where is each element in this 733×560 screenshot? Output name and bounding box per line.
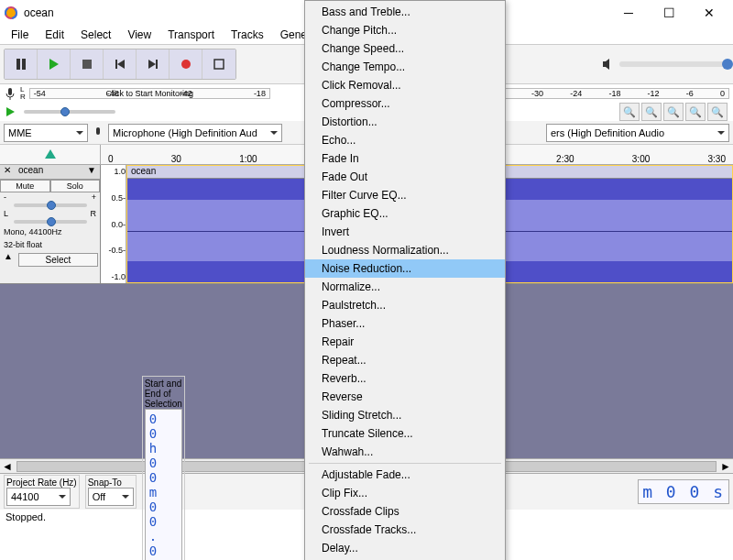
collapse-icon[interactable]: ▲ xyxy=(0,251,16,269)
effect-reverse[interactable]: Reverse xyxy=(305,388,505,406)
audio-position-time[interactable]: m 0 0 s xyxy=(638,479,729,504)
effect-adjustable-fade[interactable]: Adjustable Fade... xyxy=(305,466,505,484)
meter-hint: Click to Start Monitoring xyxy=(106,89,194,98)
svg-point-10 xyxy=(181,60,191,69)
effect-wahwah[interactable]: Wahwah... xyxy=(305,443,505,461)
svg-rect-11 xyxy=(214,60,224,69)
close-track-icon[interactable]: ✕ xyxy=(0,165,15,179)
effect-normalize[interactable]: Normalize... xyxy=(305,278,505,296)
zoom-toolbar: 🔍 🔍 🔍 🔍 🔍 xyxy=(619,103,728,121)
app-logo-icon xyxy=(4,5,18,20)
track-control-panel[interactable]: ✕ocean▼ MuteSolo -+ LR Mono, 44100Hz 32-… xyxy=(0,165,101,283)
svg-marker-15 xyxy=(45,149,56,159)
svg-rect-6 xyxy=(115,60,117,69)
play-button[interactable] xyxy=(38,49,71,79)
skip-end-button[interactable] xyxy=(137,49,170,79)
effect-graphic-eq[interactable]: Graphic EQ... xyxy=(305,204,505,223)
speaker-icon xyxy=(601,57,616,71)
effect-filter-curve-eq[interactable]: Filter Curve EQ... xyxy=(305,186,505,204)
effect-distortion[interactable]: Distortion... xyxy=(305,113,505,131)
meter-lr: LR xyxy=(20,86,26,101)
effect-fade-in[interactable]: Fade In xyxy=(305,149,505,168)
solo-button[interactable]: Solo xyxy=(50,180,101,192)
selection-start-time[interactable]: 0 0 h 0 0 m 0 0 . 0 0 0 s xyxy=(145,409,182,560)
svg-rect-14 xyxy=(96,127,100,135)
menu-transport[interactable]: Transport xyxy=(160,27,222,43)
track-menu-icon[interactable]: ▼ xyxy=(83,165,100,179)
menu-view[interactable]: View xyxy=(120,27,159,43)
close-button[interactable]: ✕ xyxy=(689,0,729,26)
project-rate-combo[interactable]: 44100 xyxy=(6,488,71,506)
effect-phaser[interactable]: Phaser... xyxy=(305,314,505,333)
minimize-button[interactable]: ─ xyxy=(608,0,649,26)
svg-rect-5 xyxy=(82,60,92,69)
effect-repeat[interactable]: Repeat... xyxy=(305,351,505,369)
speed-slider[interactable] xyxy=(24,110,115,114)
pause-button[interactable] xyxy=(5,49,38,79)
svg-marker-8 xyxy=(148,60,156,69)
menu-file[interactable]: File xyxy=(4,27,36,43)
mute-button[interactable]: Mute xyxy=(0,180,50,192)
svg-marker-7 xyxy=(117,60,125,69)
effect-paulstretch[interactable]: Paulstretch... xyxy=(305,296,505,314)
menu-edit[interactable]: Edit xyxy=(38,27,71,43)
effect-change-pitch[interactable]: Change Pitch... xyxy=(305,21,505,39)
maximize-button[interactable]: ☐ xyxy=(649,0,689,26)
effect-crossfade-clips[interactable]: Crossfade Clips xyxy=(305,502,505,521)
effect-reverb[interactable]: Reverb... xyxy=(305,369,505,388)
effect-clip-fix[interactable]: Clip Fix... xyxy=(305,484,505,502)
effect-invert[interactable]: Invert xyxy=(305,223,505,241)
pan-slider[interactable] xyxy=(14,220,87,224)
effect-change-speed[interactable]: Change Speed... xyxy=(305,39,505,58)
effect-sliding-stretch[interactable]: Sliding Stretch... xyxy=(305,406,505,424)
effect-fade-out[interactable]: Fade Out xyxy=(305,168,505,186)
menu-select[interactable]: Select xyxy=(73,27,118,43)
mic-icon xyxy=(4,87,16,100)
svg-marker-13 xyxy=(6,107,15,116)
selection-label: Start and End of Selection xyxy=(145,379,182,409)
effect-echo[interactable]: Echo... xyxy=(305,131,505,149)
effect-delay[interactable]: Delay... xyxy=(305,539,505,557)
svg-rect-12 xyxy=(8,88,12,95)
menu-tracks[interactable]: Tracks xyxy=(224,27,271,43)
effect-menu: Bass and Treble...Change Pitch...Change … xyxy=(304,0,506,560)
loop-button[interactable] xyxy=(202,49,235,79)
svg-rect-2 xyxy=(16,59,20,70)
snap-combo[interactable]: Off xyxy=(88,488,134,506)
effect-compressor[interactable]: Compressor... xyxy=(305,94,505,113)
gain-slider[interactable] xyxy=(14,203,87,207)
stop-button[interactable] xyxy=(71,49,104,79)
effect-change-tempo[interactable]: Change Tempo... xyxy=(305,58,505,76)
effect-bass-and-treble[interactable]: Bass and Treble... xyxy=(305,3,505,21)
project-rate-label: Project Rate (Hz) xyxy=(6,478,77,488)
fit-selection-button[interactable]: 🔍 xyxy=(663,103,684,121)
input-device-combo[interactable]: Microphone (High Definition Aud xyxy=(108,124,282,142)
play-at-speed-icon xyxy=(5,106,16,117)
zoom-in-button[interactable]: 🔍 xyxy=(619,103,640,121)
effect-truncate-silence[interactable]: Truncate Silence... xyxy=(305,424,505,443)
svg-rect-9 xyxy=(156,60,158,69)
snap-label: Snap-To xyxy=(88,478,134,488)
host-combo[interactable]: MME xyxy=(4,124,88,142)
scroll-left-icon[interactable]: ◄ xyxy=(0,460,15,473)
effect-repair[interactable]: Repair xyxy=(305,333,505,351)
select-track-button[interactable]: Select xyxy=(18,253,98,267)
scroll-right-icon[interactable]: ► xyxy=(718,460,733,473)
output-device-combo[interactable]: ers (High Definition Audio xyxy=(546,124,729,142)
svg-marker-4 xyxy=(49,59,59,70)
svg-rect-3 xyxy=(22,59,26,70)
mic-icon xyxy=(92,126,104,139)
playback-slider[interactable] xyxy=(619,61,729,67)
effect-loudness-normalization[interactable]: Loudness Normalization... xyxy=(305,241,505,259)
zoom-toggle-button[interactable]: 🔍 xyxy=(707,103,728,121)
fit-project-button[interactable]: 🔍 xyxy=(685,103,706,121)
effect-noise-reduction[interactable]: Noise Reduction... xyxy=(305,259,505,278)
effect-crossfade-tracks[interactable]: Crossfade Tracks... xyxy=(305,521,505,539)
skip-start-button[interactable] xyxy=(104,49,137,79)
track-name[interactable]: ocean xyxy=(15,165,47,179)
pin-icon[interactable] xyxy=(45,149,56,160)
vertical-scale[interactable]: 1.00.5-0.0--0.5--1.0 xyxy=(101,165,126,283)
record-button[interactable] xyxy=(170,49,202,79)
effect-click-removal[interactable]: Click Removal... xyxy=(305,76,505,94)
zoom-out-button[interactable]: 🔍 xyxy=(641,103,662,121)
